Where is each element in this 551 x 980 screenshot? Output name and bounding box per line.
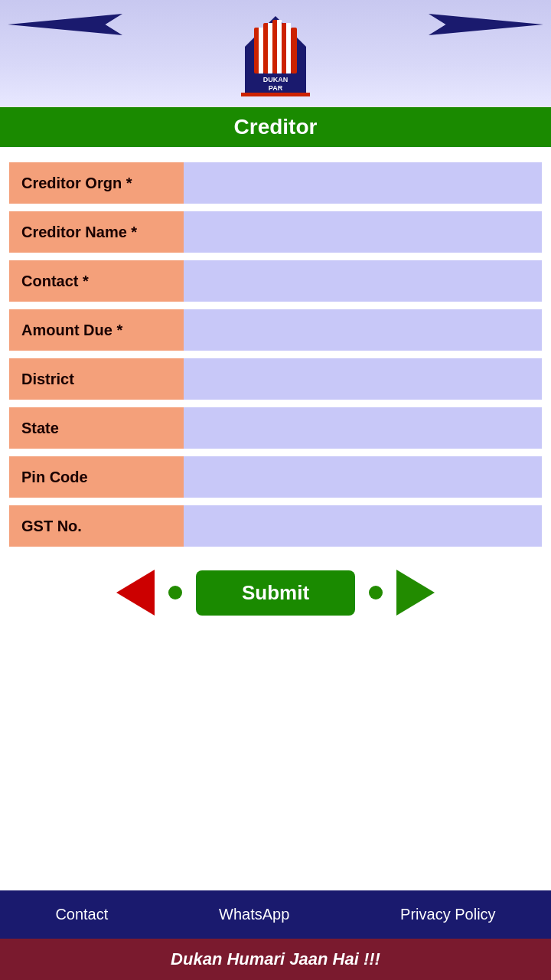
logo: DUKAN PAR (237, 12, 314, 96)
action-row: Submit (0, 570, 551, 616)
footer-tagline: Dukan Humari Jaan Hai !!! (0, 939, 551, 980)
form-row-creditor-orgn: Creditor Orgn * (9, 162, 542, 204)
svg-text:DUKAN: DUKAN (263, 76, 289, 83)
footer-nav: Contact WhatsApp Privacy Policy (0, 890, 551, 939)
form-row-gst-no: GST No. (9, 505, 542, 547)
form-row-pin-code: Pin Code (9, 456, 542, 498)
label-contact: Contact * (9, 260, 184, 302)
input-contact[interactable] (184, 260, 542, 302)
svg-rect-5 (291, 28, 297, 74)
form-row-contact: Contact * (9, 260, 542, 302)
header: DUKAN PAR (0, 0, 551, 107)
svg-rect-13 (241, 93, 310, 96)
form-row-district: District (9, 358, 542, 400)
label-gst-no: GST No. (9, 505, 184, 547)
label-creditor-orgn: Creditor Orgn * (9, 162, 184, 204)
svg-rect-8 (277, 20, 282, 74)
label-state: State (9, 407, 184, 449)
logo-icon: DUKAN PAR (237, 12, 314, 96)
form-area: Creditor Orgn *Creditor Name *Contact *A… (0, 147, 551, 765)
label-pin-code: Pin Code (9, 456, 184, 498)
form-row-state: State (9, 407, 542, 449)
prev-button[interactable] (116, 570, 155, 616)
label-amount-due: Amount Due * (9, 309, 184, 351)
svg-rect-9 (286, 23, 291, 74)
input-district[interactable] (184, 358, 542, 400)
right-wing-icon (429, 14, 543, 35)
svg-rect-7 (268, 23, 272, 74)
svg-text:PAR: PAR (269, 84, 283, 92)
page-title: Creditor (0, 107, 551, 147)
input-creditor-name[interactable] (184, 211, 542, 253)
form-row-amount-due: Amount Due * (9, 309, 542, 351)
left-wing-icon (8, 14, 122, 35)
footer-privacy-link[interactable]: Privacy Policy (400, 906, 495, 923)
submit-button[interactable]: Submit (196, 570, 355, 616)
svg-rect-6 (259, 28, 263, 74)
input-creditor-orgn[interactable] (184, 162, 542, 204)
form-row-creditor-name: Creditor Name * (9, 211, 542, 253)
next-button[interactable] (396, 570, 435, 616)
input-amount-due[interactable] (184, 309, 542, 351)
footer-contact-link[interactable]: Contact (55, 906, 108, 923)
footer-whatsapp-link[interactable]: WhatsApp (219, 906, 289, 923)
label-creditor-name: Creditor Name * (9, 211, 184, 253)
input-gst-no[interactable] (184, 505, 542, 547)
input-pin-code[interactable] (184, 456, 542, 498)
nav-dot-right (369, 586, 383, 599)
nav-dot-left (168, 586, 182, 599)
input-state[interactable] (184, 407, 542, 449)
label-district: District (9, 358, 184, 400)
